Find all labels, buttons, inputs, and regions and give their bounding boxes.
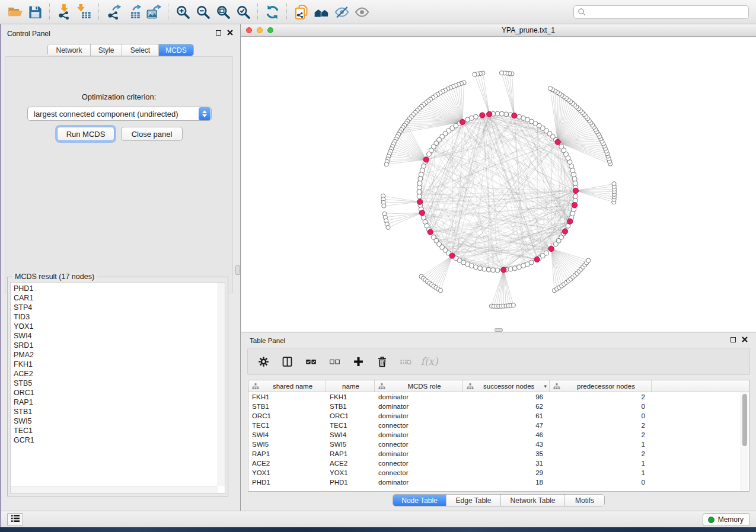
network-node[interactable] — [473, 72, 477, 76]
table-tab-network-table[interactable]: Network Table — [501, 495, 565, 506]
close-panel-button[interactable]: Close panel — [121, 127, 183, 141]
tab-style[interactable]: Style — [91, 44, 122, 56]
export-image-button[interactable] — [143, 2, 164, 21]
table-row[interactable]: STB1STB1dominator620 — [248, 402, 749, 411]
network-node[interactable] — [384, 162, 388, 166]
network-node[interactable] — [511, 303, 515, 307]
network-hub-node[interactable] — [567, 219, 573, 224]
network-node[interactable] — [548, 86, 552, 91]
network-hub-node[interactable] — [534, 257, 540, 262]
close-panel-icon[interactable] — [227, 30, 233, 36]
zoom-out-button[interactable] — [193, 2, 213, 21]
table-scrollbar-thumb[interactable] — [742, 394, 747, 446]
open-file-button[interactable] — [5, 2, 25, 21]
table-row[interactable]: TEC1TEC1connector472 — [248, 421, 749, 430]
mcds-result-item[interactable]: SWI4 — [11, 331, 217, 341]
table-tab-motifs[interactable]: Motifs — [565, 495, 604, 506]
network-hub-node[interactable] — [555, 139, 560, 145]
network-hub-node[interactable] — [419, 210, 425, 216]
network-hub-node[interactable] — [423, 157, 429, 162]
mcds-result-item[interactable]: TEC1 — [11, 426, 217, 435]
table-row[interactable]: RAP1RAP1dominator352 — [248, 449, 749, 459]
export-table-button[interactable] — [123, 2, 143, 21]
first-neighbors-button[interactable] — [311, 2, 331, 21]
mcds-result-list[interactable]: PHD1CAR1STP4TID3YOX1SWI4SRD1PMA2FKH1ACE2… — [10, 282, 225, 493]
tab-select[interactable]: Select — [122, 44, 159, 56]
table-row[interactable]: ORC1ORC1dominator610 — [248, 411, 749, 421]
panel-menu-button[interactable] — [7, 513, 23, 526]
mcds-result-item[interactable]: SRD1 — [11, 341, 217, 350]
mcds-result-item[interactable]: STB5 — [11, 379, 217, 388]
network-node[interactable] — [559, 145, 564, 149]
float-table-panel-icon[interactable] — [731, 337, 736, 342]
network-node[interactable] — [465, 117, 470, 122]
mcds-result-item[interactable]: PHD1 — [11, 284, 217, 293]
criterion-dropdown[interactable]: largest connected component (undirected) — [27, 107, 212, 121]
network-hub-node[interactable] — [449, 253, 455, 258]
network-node[interactable] — [573, 181, 578, 185]
network-node[interactable] — [572, 177, 577, 181]
mcds-result-item[interactable]: ACE2 — [11, 369, 217, 379]
network-node[interactable] — [482, 267, 487, 271]
show-all-button[interactable] — [352, 2, 372, 21]
network-node[interactable] — [508, 267, 513, 271]
network-hub-node[interactable] — [573, 188, 578, 193]
import-network-button[interactable] — [54, 2, 74, 21]
mcds-result-item[interactable]: SWI5 — [11, 416, 217, 426]
network-node[interactable] — [418, 177, 423, 181]
network-node[interactable] — [426, 152, 431, 156]
float-panel-icon[interactable] — [216, 30, 221, 36]
mcds-result-item[interactable]: ORC1 — [11, 388, 217, 398]
refresh-button[interactable] — [262, 2, 282, 21]
delete-column-button[interactable] — [375, 354, 389, 368]
network-node[interactable] — [612, 182, 616, 186]
network-hub-node[interactable] — [548, 246, 554, 251]
mcds-result-item[interactable]: GCR1 — [11, 435, 217, 445]
import-table-button[interactable] — [74, 2, 94, 21]
column-header-predecessor-nodes[interactable]: predecessor nodes — [550, 380, 652, 392]
network-node[interactable] — [417, 181, 422, 185]
network-hub-node[interactable] — [428, 229, 433, 235]
network-node[interactable] — [517, 114, 522, 119]
network-node[interactable] — [495, 268, 500, 273]
search-input[interactable] — [573, 5, 749, 19]
network-node[interactable] — [573, 194, 578, 198]
network-node[interactable] — [417, 194, 422, 198]
tab-network[interactable]: Network — [48, 44, 91, 56]
mcds-result-item[interactable]: STP4 — [11, 303, 217, 312]
column-settings-button[interactable] — [256, 354, 270, 368]
vertical-splitter-handle[interactable] — [235, 265, 240, 275]
network-hub-node[interactable] — [417, 199, 422, 204]
column-header-shared-name[interactable]: shared name — [248, 380, 326, 392]
table-vertical-scrollbar[interactable] — [741, 392, 748, 491]
network-node[interactable] — [529, 260, 534, 265]
network-window-titlebar[interactable]: YPA_prune.txt_1 — [241, 24, 756, 37]
network-node[interactable] — [499, 111, 504, 116]
network-node[interactable] — [491, 268, 496, 273]
network-hub-node[interactable] — [460, 119, 465, 124]
mcds-result-item[interactable]: PMA2 — [11, 350, 217, 360]
column-header-name[interactable]: name — [326, 380, 375, 392]
zoom-fit-button[interactable] — [213, 2, 233, 21]
table-row[interactable]: ACE2ACE2connector311 — [248, 459, 749, 468]
select-all-button[interactable] — [304, 354, 318, 368]
network-hub-node[interactable] — [572, 203, 578, 208]
mcds-result-item[interactable]: STB1 — [11, 407, 217, 416]
network-node[interactable] — [495, 111, 500, 116]
table-tab-node-table[interactable]: Node Table — [393, 495, 446, 506]
table-row[interactable]: FKH1FKH1dominator962 — [248, 392, 749, 402]
table-row[interactable]: PHD1PHD1dominator180 — [248, 477, 749, 487]
add-column-button[interactable] — [351, 354, 365, 368]
save-session-button[interactable] — [25, 2, 45, 21]
mcds-result-item[interactable]: TID3 — [11, 312, 217, 322]
table-row[interactable]: SWI4SWI4dominator462 — [248, 430, 749, 440]
network-node[interactable] — [382, 204, 386, 208]
hide-selected-button[interactable] — [331, 2, 352, 21]
network-node[interactable] — [419, 172, 423, 177]
network-hub-node[interactable] — [480, 113, 485, 118]
network-hub-node[interactable] — [512, 113, 517, 118]
network-node[interactable] — [499, 71, 503, 75]
network-node[interactable] — [438, 289, 442, 293]
export-network-button[interactable] — [103, 2, 123, 21]
table-row[interactable]: SWI5SWI5connector431 — [248, 440, 749, 449]
